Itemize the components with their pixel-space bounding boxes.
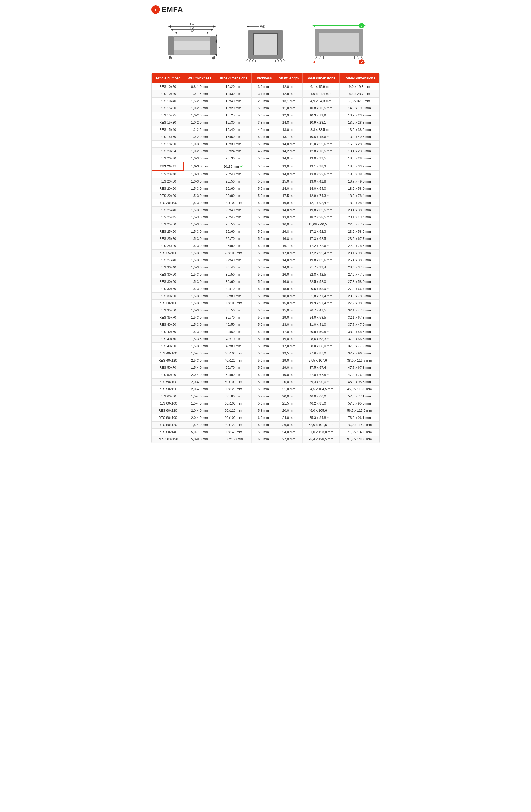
- table-cell: RES 25x40: [152, 206, 184, 214]
- table-cell: 1,0-3,0 mm: [184, 162, 215, 171]
- table-cell: RES 25x60: [152, 228, 184, 235]
- logo: ● EMFA: [151, 5, 183, 14]
- table-cell: 2,0-4,0 mm: [184, 407, 215, 414]
- table-cell: 17,5 mm: [275, 192, 303, 199]
- table-cell: RES 35x70: [152, 314, 184, 321]
- table-cell: 5,0 mm: [251, 264, 275, 271]
- table-cell: 18,4 x 23,6 mm: [339, 147, 379, 155]
- table-cell: 40x80 mm: [215, 343, 252, 350]
- table-row: RES 40x601,5-3,0 mm40x60 mm5,0 mm17,0 mm…: [152, 328, 379, 335]
- table-cell: 40x50 mm: [215, 321, 252, 328]
- table-cell: 1,5-3,0 mm: [184, 307, 215, 314]
- table-cell: 34,5 x 104,5 mm: [303, 386, 339, 393]
- table-cell: RES 80x140: [152, 429, 184, 436]
- table-cell: RES 35x50: [152, 307, 184, 314]
- table-cell: 37,5 x 57,4 mm: [303, 364, 339, 371]
- table-cell: RES 30x60: [152, 278, 184, 285]
- table-row: RES 20x801,5-3,0 mm20x80 mm5,0 mm17,5 mm…: [152, 192, 379, 199]
- table-cell: 30x100 mm: [215, 300, 252, 307]
- svg-line-31: [249, 59, 251, 61]
- table-cell: 12,8 mm: [275, 90, 303, 97]
- table-cell: 1,0-1,5 mm: [184, 90, 215, 97]
- table-cell: 14,0 mm: [275, 140, 303, 147]
- table-cell: 5,0 mm: [251, 199, 275, 206]
- table-cell: 20x30 mm: [215, 155, 252, 162]
- svg-line-16: [171, 56, 172, 59]
- table-cell: 5,0 mm: [251, 171, 275, 178]
- col-tube-dimensions: Tube dimensions: [215, 73, 252, 83]
- table-row: RES 15x501,0-2,0 mm15x50 mm5,0 mm13,7 mm…: [152, 133, 379, 140]
- table-cell: 14,0 mm: [275, 185, 303, 192]
- table-cell: 14,2 mm: [275, 147, 303, 155]
- table-cell: RES 10x20: [152, 83, 184, 90]
- table-cell: 78,4 x 128,5 mm: [303, 436, 339, 443]
- table-cell: 14,0 mm: [275, 171, 303, 178]
- se-label: SE: [219, 46, 221, 49]
- table-row: RES 30x801,5-3,0 mm30x80 mm5,0 mm18,0 mm…: [152, 292, 379, 300]
- svg-marker-21: [215, 34, 218, 37]
- diagram-front-view: WS: [244, 22, 287, 64]
- table-cell: 1,5-3,0 mm: [184, 292, 215, 300]
- table-cell: 32,1 x 67,3 mm: [339, 314, 379, 321]
- table-cell: 60x100 mm: [215, 400, 252, 407]
- table-cell: 57,5 x 77,1 mm: [339, 393, 379, 400]
- table-cell: 80x120 mm: [215, 421, 252, 429]
- table-cell: 23,2 x 67,7 mm: [339, 235, 379, 242]
- table-cell: RES 15x30: [152, 119, 184, 126]
- table-cell: 26,7 x 41,5 mm: [303, 307, 339, 314]
- table-cell: 1,0-3,0 mm: [184, 178, 215, 185]
- table-cell: 6,0 mm: [251, 414, 275, 421]
- table-cell: 15,0 mm: [275, 307, 303, 314]
- table-cell: 5,0 mm: [251, 400, 275, 407]
- table-cell: 13,0 x 42,8 mm: [303, 178, 339, 185]
- table-cell: RES 20x100: [152, 199, 184, 206]
- table-row: RES 25x401,5-3,0 mm25x40 mm5,0 mm14,0 mm…: [152, 206, 379, 214]
- table-cell: 30,8 x 50,5 mm: [303, 328, 339, 335]
- svg-line-32: [252, 59, 254, 61]
- table-cell: 39,3 x 90,0 mm: [303, 378, 339, 386]
- table-cell: 35x50 mm: [215, 307, 252, 314]
- table-cell: 5,0 mm: [251, 335, 275, 343]
- table-cell: 32,1 x 47,3 mm: [339, 307, 379, 314]
- table-row: RES 10x401,5-2,0 mm10x40 mm2,8 mm13,1 mm…: [152, 97, 379, 104]
- table-row: RES 15x301,0-2,0 mm15x30 mm3,8 mm14,8 mm…: [152, 119, 379, 126]
- table-cell: RES 30x40: [152, 264, 184, 271]
- svg-line-45: [316, 56, 317, 59]
- table-cell: 28,5 x 78,5 mm: [339, 292, 379, 300]
- table-cell: 50x120 mm: [215, 386, 252, 393]
- table-row: RES 30x601,5-3,0 mm30x60 mm5,0 mm16,0 mm…: [152, 278, 379, 285]
- table-cell: 8,8 x 28,7 mm: [339, 90, 379, 97]
- table-cell: 5,0 mm: [251, 357, 275, 364]
- table-cell: 2,8 mm: [251, 97, 275, 104]
- table-cell: 25x100 mm: [215, 249, 252, 257]
- table-cell: 45,0 x 115,0 mm: [339, 386, 379, 393]
- svg-rect-10: [210, 37, 216, 55]
- table-cell: 12,9 x 74,3 mm: [303, 192, 339, 199]
- table-row: RES 25x701,5-3,0 mm25x70 mm5,0 mm16,8 mm…: [152, 235, 379, 242]
- table-cell: 1,5-4,0 mm: [184, 350, 215, 357]
- col-article-number: Article number: [152, 73, 184, 83]
- table-cell: 5,0 mm: [251, 371, 275, 378]
- table-cell: 30x70 mm: [215, 285, 252, 292]
- table-cell: 13,8 x 49,5 mm: [339, 133, 379, 140]
- table-cell: 40x70 mm: [215, 335, 252, 343]
- table-cell: 0,8-1,0 mm: [184, 83, 215, 90]
- table-cell: 22,9 x 78,5 mm: [339, 242, 379, 249]
- table-cell: 1,0-2,0 mm: [184, 133, 215, 140]
- table-cell: 15,0 mm: [275, 178, 303, 185]
- svg-line-36: [280, 59, 282, 61]
- table-cell: 4,9 x 24,4 mm: [303, 90, 339, 97]
- table-row: RES 40x701,5-3,5 mm40x70 mm5,0 mm19,0 mm…: [152, 335, 379, 343]
- table-cell: 5,0 mm: [251, 350, 275, 357]
- table-cell: 6,0 mm: [251, 436, 275, 443]
- table-cell: 24,0 mm: [275, 429, 303, 436]
- table-row: RES 15x251,0-2,0 mm15x25 mm5,0 mm12,9 mm…: [152, 112, 379, 119]
- table-row: RES 20x501,0-3,0 mm20x50 mm5,0 mm15,0 mm…: [152, 178, 379, 185]
- table-cell: 1,5-2,0 mm: [184, 97, 215, 104]
- svg-rect-12: [174, 49, 210, 54]
- table-cell: 20x50 mm: [215, 178, 252, 185]
- table-cell: 5,8 mm: [251, 429, 275, 436]
- logo-icon: ●: [151, 5, 160, 14]
- svg-marker-52: [312, 61, 315, 63]
- table-cell: 1,0-2,0 mm: [184, 112, 215, 119]
